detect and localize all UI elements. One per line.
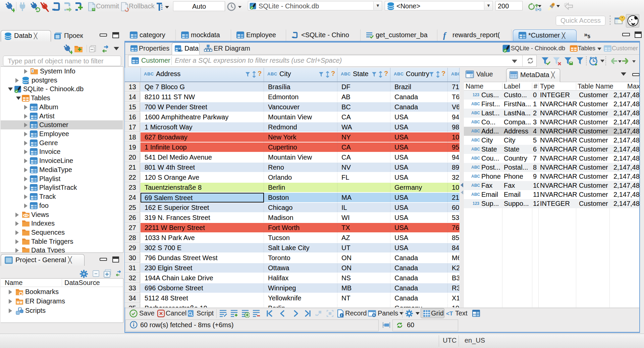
svg-text:i: i xyxy=(341,313,342,317)
svg-text:((●)): ((●)) xyxy=(535,8,541,11)
svg-text:f: f xyxy=(443,31,447,40)
svg-text:<>: <> xyxy=(178,49,182,52)
svg-text:<T: <T xyxy=(446,310,453,317)
svg-text:i: i xyxy=(32,69,33,73)
